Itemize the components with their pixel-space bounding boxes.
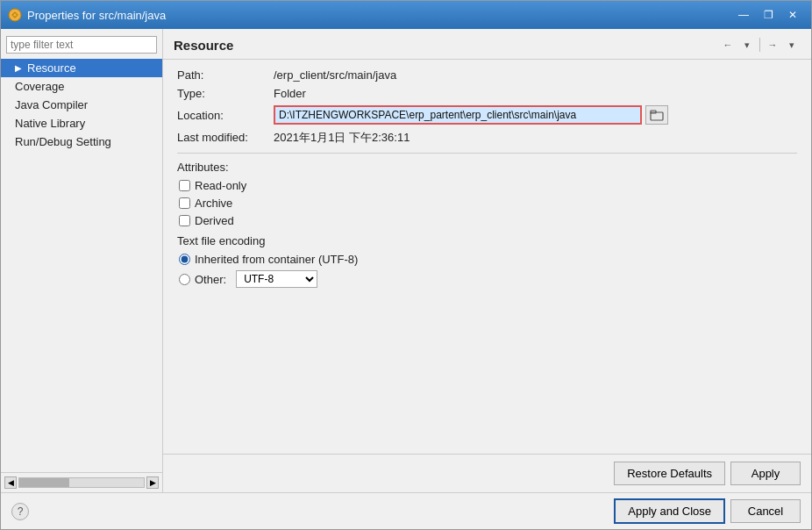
sidebar-item-run-debug[interactable]: Run/Debug Setting (1, 132, 162, 151)
other-radio-row: Other: UTF-8 UTF-16 ISO-8859-1 US-ASCII (179, 270, 797, 288)
type-row: Type: Folder (177, 87, 797, 100)
back-button[interactable]: ← (719, 36, 737, 54)
footer-row: ? Apply and Close Cancel (1, 492, 811, 529)
inherited-radio[interactable] (179, 254, 190, 265)
sidebar-item-java-compiler[interactable]: Java Compiler (1, 96, 162, 114)
derived-row: Derived (179, 214, 797, 227)
sidebar-item-label: Java Compiler (15, 98, 88, 111)
forward-button[interactable]: → (764, 36, 781, 54)
type-label: Type: (177, 87, 274, 100)
sidebar-item-label: Coverage (15, 80, 64, 93)
sidebar-item-coverage[interactable]: Coverage (1, 77, 162, 96)
minimize-button[interactable]: — (732, 6, 755, 24)
last-modified-label: Last modified: (177, 131, 274, 144)
restore-button[interactable]: ❐ (757, 6, 780, 24)
title-bar: Properties for src/main/java — ❐ ✕ (1, 1, 811, 29)
restore-apply-bar: Restore Defaults Apply (163, 454, 811, 492)
restore-defaults-button[interactable]: Restore Defaults (614, 462, 725, 485)
apply-close-button[interactable]: Apply and Close (614, 498, 725, 524)
type-value: Folder (274, 87, 306, 100)
archive-checkbox[interactable] (179, 197, 190, 209)
content-area: Path: /erp_client/src/main/java Type: Fo… (163, 60, 811, 454)
nav-arrows: ← ▾ → ▾ (719, 36, 801, 54)
apply-button[interactable]: Apply (730, 462, 801, 485)
other-radio[interactable] (179, 274, 190, 285)
last-modified-row: Last modified: 2021年1月1日 下午2:36:11 (177, 130, 797, 146)
archive-row: Archive (179, 197, 797, 210)
section-title: Resource (174, 38, 233, 53)
sidebar: ▶ Resource Coverage Java Compiler Native… (1, 29, 163, 492)
sidebar-item-label: Native Library (15, 117, 85, 130)
attributes-label: Attributes: (177, 161, 797, 174)
path-label: Path: (177, 68, 274, 82)
location-label: Location: (177, 109, 274, 122)
nav-separator (759, 38, 760, 52)
location-input[interactable] (274, 105, 642, 125)
title-bar-text: Properties for src/main/java (27, 9, 732, 22)
main-content: Resource ← ▾ → ▾ Path: /erp_client/src/m… (163, 29, 811, 492)
arrow-icon: ▶ (15, 63, 22, 73)
main-header: Resource ← ▾ → ▾ (163, 29, 811, 60)
filter-input[interactable] (6, 36, 157, 54)
last-modified-value: 2021年1月1日 下午2:36:11 (274, 130, 410, 146)
location-row: Location: (177, 105, 797, 125)
readonly-checkbox[interactable] (179, 180, 190, 191)
dialog-icon (8, 8, 22, 22)
scroll-track[interactable] (18, 477, 145, 488)
forward-dropdown-button[interactable]: ▾ (783, 36, 801, 54)
location-browse-button[interactable] (645, 105, 668, 125)
encoding-section: Text file encoding Inherited from contai… (177, 234, 797, 288)
properties-dialog: Properties for src/main/java — ❐ ✕ ▶ Res… (0, 0, 812, 530)
scroll-left-arrow[interactable]: ◀ (4, 476, 17, 489)
encoding-dropdown[interactable]: UTF-8 UTF-16 ISO-8859-1 US-ASCII (236, 270, 317, 288)
path-row: Path: /erp_client/src/main/java (177, 68, 797, 82)
title-bar-buttons: — ❐ ✕ (732, 6, 804, 24)
archive-label: Archive (195, 197, 232, 210)
footer-actions: Apply and Close Cancel (614, 498, 801, 524)
encoding-title: Text file encoding (177, 234, 797, 247)
dialog-body: ▶ Resource Coverage Java Compiler Native… (1, 29, 811, 492)
other-label: Other: (195, 273, 226, 286)
scroll-thumb (19, 478, 69, 487)
readonly-row: Read-only (179, 179, 797, 192)
readonly-label: Read-only (195, 179, 246, 192)
path-value: /erp_client/src/main/java (274, 68, 396, 82)
cancel-button[interactable]: Cancel (730, 499, 801, 523)
scroll-right-arrow[interactable]: ▶ (146, 476, 159, 489)
sidebar-item-label: Resource (27, 61, 76, 75)
back-dropdown-button[interactable]: ▾ (738, 36, 756, 54)
sidebar-item-resource[interactable]: ▶ Resource (1, 59, 162, 77)
inherited-label: Inherited from container (UTF-8) (195, 253, 358, 266)
sidebar-scrollbar: ◀ ▶ (1, 472, 162, 492)
help-button[interactable]: ? (11, 503, 29, 520)
close-button[interactable]: ✕ (781, 6, 804, 24)
derived-label: Derived (195, 214, 234, 227)
sidebar-item-native-library[interactable]: Native Library (1, 114, 162, 132)
svg-point-0 (9, 9, 21, 21)
inherited-radio-row: Inherited from container (UTF-8) (179, 253, 797, 266)
derived-checkbox[interactable] (179, 215, 190, 226)
sidebar-item-label: Run/Debug Setting (15, 135, 111, 148)
divider-1 (177, 153, 797, 154)
